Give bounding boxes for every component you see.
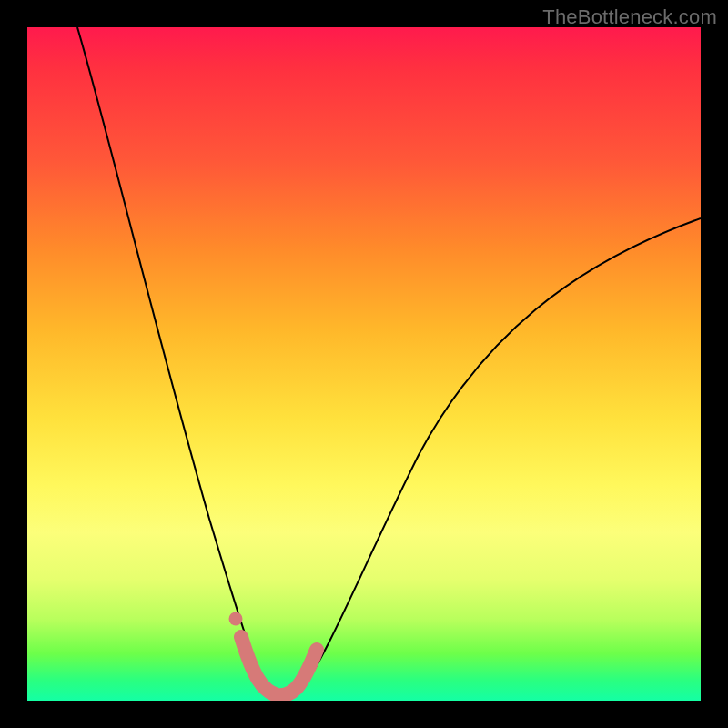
bottleneck-curve	[77, 27, 701, 696]
chart-svg	[27, 27, 701, 701]
optimal-band-highlight	[241, 637, 317, 695]
watermark-text: TheBottleneck.com	[542, 5, 717, 29]
optimal-band-dot	[229, 612, 243, 626]
chart-frame: TheBottleneck.com	[0, 0, 728, 728]
plot-area	[27, 27, 701, 701]
